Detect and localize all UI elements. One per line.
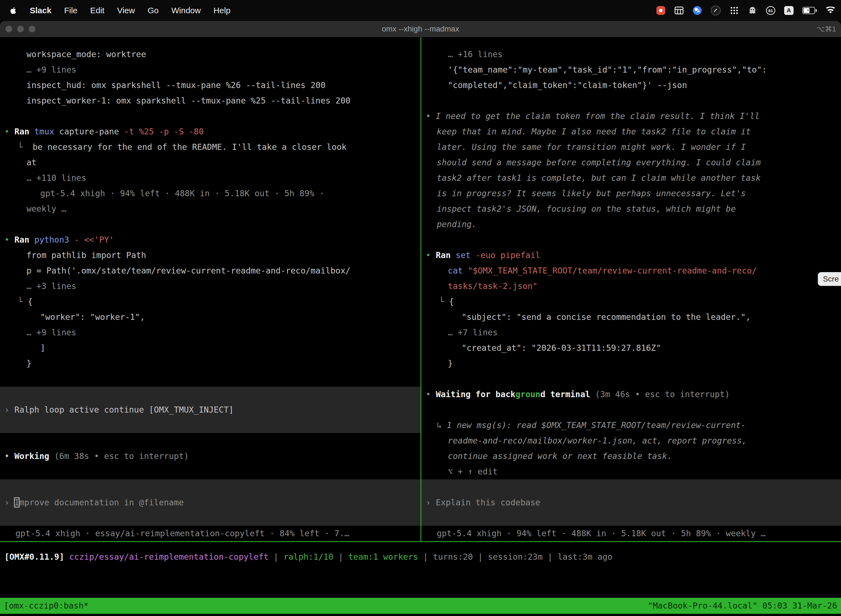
prompt-line[interactable] [0,510,420,526]
text-segment: "created_at": "2026-03-31T11:59:27.816Z" [462,343,661,353]
terminal-line: inspect_hud: omx sparkshell --tmux-pane … [0,78,420,93]
battery-icon[interactable]: ⚡ [802,5,817,16]
menu-go[interactable]: Go [148,6,159,15]
omx-status-line: [OMX#0.11.9] cczip/essay/ai-reimplementa… [0,542,841,565]
menubar-menus: Slack File Edit View Go Window Help [0,6,230,15]
app-grid-dots-icon[interactable] [730,5,739,16]
text-segment: } [26,358,31,368]
prompt-line[interactable] [0,418,420,433]
menu-file[interactable]: File [64,6,77,15]
terminal-line: • Ran set -euo pipefail [421,248,841,263]
text-segment: inspect_hud: omx sparkshell --tmux-pane … [26,80,325,90]
battery-gauge-value: 61 [768,8,773,13]
text-segment: continue assigned work or next feasible … [448,451,672,461]
text-segment: } [448,358,453,368]
text-segment: | [418,552,433,562]
text-segment: ] [40,343,45,353]
text-segment: … +9 lines [26,65,76,75]
terminal-line: tasks/task-2.json" [421,279,841,294]
tmux-session-label: [omx-cczip0:bash* [4,598,89,614]
prompt-line[interactable] [421,480,841,495]
text-segment: from pathlib import Path [26,250,146,260]
text-segment: • [426,250,436,260]
wifi-icon[interactable] [826,5,835,16]
text-segment: mprove documentation in @filename [19,497,184,507]
prompt-line[interactable]: › Explain this codebase [421,495,841,510]
text-segment: pending. [437,219,477,229]
terminal-line [0,109,420,124]
text-segment: "worker": "worker-1", [40,312,145,322]
apple-menu[interactable] [10,6,17,15]
text-segment: • [4,127,14,136]
prompt-line[interactable]: › Ralph loop active continue [OMX_TMUX_I… [0,402,420,418]
text-segment: [OMX#0.11.9] [4,552,69,562]
menu-window[interactable]: Window [171,6,201,15]
screen-recording-indicator-icon[interactable] [656,5,665,16]
terminal-line: • Working (6m 38s • esc to interrupt) [0,449,420,464]
text-segment: "completed","claim_token":"claim-token"}… [448,80,687,90]
text-segment: is in progress? It seems likely but perh… [437,189,746,198]
terminal-line: … +7 lines [421,325,841,340]
terminal-line: • Ran tmux capture-pane -t %25 -p -S -80 [0,124,420,139]
ghost-icon[interactable] [748,5,757,16]
prompt-line[interactable]: › Improve documentation in @filename [0,495,420,510]
text-segment: (6m 38s • esc to interrupt) [54,451,189,461]
text-segment: ⌥ + ↑ edit [448,467,498,476]
terminal-cursor: I [14,497,19,507]
tmux-pane-right[interactable]: … +16 lines'{"team_name":"my-team","task… [420,37,841,541]
terminal-window: omx --xhigh --madmax ⌥⌘1 workspace_mode:… [0,21,841,616]
terminal-line: task2 after task1 is complete, but can I… [421,170,841,186]
tmux-pane-left[interactable]: workspace_mode: worktree… +9 linesinspec… [0,37,420,541]
text-segment: … +16 lines [448,49,503,59]
terminal-line: workspace_mode: worktree [0,47,420,62]
text-segment: inspect_worker-1: omx sparkshell --tmux-… [26,96,350,106]
titlebar[interactable]: omx --xhigh --madmax ⌥⌘1 [0,21,841,37]
menu-edit[interactable]: Edit [90,6,105,15]
terminal-line: keep that in mind. Maybe I also need the… [421,124,841,139]
minimize-button[interactable] [17,26,24,32]
zoom-button[interactable] [29,26,35,32]
menu-app-name[interactable]: Slack [30,6,51,15]
terminal-line: "created_at": "2026-03-31T11:59:27.816Z" [421,340,841,356]
terminal-line: … +3 lines [0,279,420,294]
terminal-line: … +9 lines [0,62,420,78]
input-source-icon[interactable]: A [784,6,794,15]
text-segment: { [28,297,32,307]
terminal-line: ↳ 1 new msg(s): read $OMX_TEAM_STATE_ROO… [421,418,841,433]
battery-gauge-icon[interactable]: 61 [766,6,775,15]
text-segment: Waiting for back [436,389,516,399]
terminal-line: pending. [421,217,841,232]
text-segment: I need to get the claim token from the c… [436,111,760,121]
terminal-line: • Ran python3 - <<'PY' [0,232,420,248]
text-segment: ralph:1/10 [283,552,333,562]
text-segment: weekly … [26,204,66,214]
text-segment: … +110 lines [26,173,86,183]
terminal-line: inspect task2's JSON, focusing on the st… [421,201,841,217]
terminal-line: at [0,155,420,170]
terminal-line [421,232,841,248]
text-segment: 1 new msg(s): read $OMX_TEAM_STATE_ROOT/… [447,420,746,430]
apple-icon [10,6,17,15]
terminal-line [421,402,841,418]
text-segment: tasks/task-2.json" [448,281,538,291]
blue-app-icon[interactable] [693,5,702,16]
text-segment: readme-and-reco/mailbox/worker-1.json, a… [448,436,747,446]
menu-help[interactable]: Help [214,6,231,15]
dark-app-icon[interactable] [711,5,721,16]
prompt-line[interactable] [421,510,841,526]
close-button[interactable] [6,26,12,32]
text-segment: … +3 lines [26,281,76,291]
terminal-line: should send a message before completing … [421,155,841,170]
text-segment: d terminal [540,389,595,399]
screen-share-tooltip[interactable]: Scre [818,272,841,286]
text-segment: groun [516,389,540,399]
text-segment: Ran [14,127,34,136]
terminal-line [0,371,420,387]
text-segment: set [456,250,475,260]
table-grid-icon[interactable] [674,5,684,16]
prompt-line[interactable] [0,387,420,402]
text-segment: cat [448,266,468,276]
menu-view[interactable]: View [117,6,135,15]
text-segment: Ran [14,235,34,245]
prompt-line[interactable] [0,480,420,495]
